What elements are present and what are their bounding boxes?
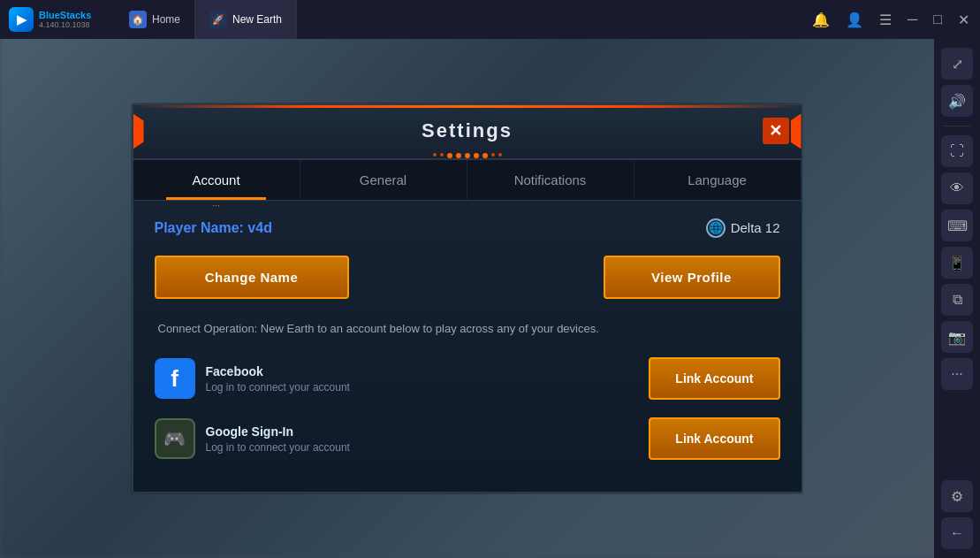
facebook-link-button[interactable]: Link Account <box>649 357 779 400</box>
tab-notifications-label: Notifications <box>514 172 587 187</box>
topbar-controls: 🔔 👤 ☰ ─ □ ✕ <box>809 8 980 32</box>
settings-modal: Settings ✕ Account General <box>132 103 803 494</box>
dot-5 <box>465 153 470 158</box>
bluestacks-name: BlueStacks <box>39 10 91 20</box>
home-tab-icon: 🏠 <box>129 11 147 28</box>
facebook-sub: Log in to connect your account <box>206 381 350 394</box>
view-profile-button[interactable]: View Profile <box>604 256 780 299</box>
tab-account[interactable]: Account <box>133 160 300 200</box>
topbar: ▶ BlueStacks 4.140.10.1038 🏠 Home 🚀 New … <box>0 0 980 39</box>
google-item-left: 🎮 Google Sign-In Log in to connect your … <box>155 418 350 459</box>
settings-sidebar-btn[interactable]: ⚙ <box>941 480 973 512</box>
facebook-item-left: f Facebook Log in to connect your accoun… <box>155 358 350 399</box>
bluestacks-logo: ▶ BlueStacks 4.140.10.1038 <box>0 7 115 32</box>
dot-7 <box>482 153 488 158</box>
action-buttons-row: Change Name View Profile <box>155 256 780 299</box>
dot-3 <box>447 153 452 158</box>
bluestacks-icon: ▶ <box>9 7 34 32</box>
more-sidebar-btn[interactable]: ··· <box>941 358 973 390</box>
modal-body: Player Name: v4d 🌐 Delta 12 Change Name … <box>133 201 801 493</box>
server-info: 🌐 Delta 12 <box>706 218 780 238</box>
fullscreen-sidebar-btn[interactable]: ⛶ <box>941 135 973 167</box>
dot-6 <box>474 153 479 158</box>
tab-home[interactable]: 🏠 Home <box>115 0 195 39</box>
close-modal-button[interactable]: ✕ <box>763 118 789 144</box>
facebook-name: Facebook <box>206 364 350 378</box>
bluestacks-version: 4.140.10.1038 <box>39 20 91 29</box>
google-sub: Log in to connect your account <box>206 441 350 454</box>
phone-sidebar-btn[interactable]: 📱 <box>941 247 973 279</box>
dot-1 <box>433 153 437 157</box>
eye-sidebar-btn[interactable]: 👁 <box>941 172 973 204</box>
newearth-tab-icon: 🚀 <box>209 11 227 28</box>
player-name-label: Player Name: <box>155 220 248 235</box>
player-name-display: Player Name: v4d <box>155 220 272 236</box>
server-label: Delta 12 <box>731 220 780 235</box>
volume-sidebar-btn[interactable]: 🔊 <box>941 85 973 117</box>
google-name: Google Sign-In <box>206 424 350 439</box>
dot-9 <box>498 153 502 157</box>
tab-language[interactable]: Language <box>634 160 801 200</box>
google-account-item: 🎮 Google Sign-In Log in to connect your … <box>155 414 780 463</box>
facebook-account-item: f Facebook Log in to connect your accoun… <box>155 354 780 403</box>
connect-description: Connect Operation: New Earth to an accou… <box>155 320 780 339</box>
change-name-button[interactable]: Change Name <box>155 256 349 299</box>
facebook-info: Facebook Log in to connect your account <box>206 364 350 394</box>
layers-sidebar-btn[interactable]: ⧉ <box>941 284 973 316</box>
menu-icon[interactable]: ☰ <box>876 8 895 32</box>
google-info: Google Sign-In Log in to connect your ac… <box>206 424 350 454</box>
newearth-tab-label: New Earth <box>232 13 282 26</box>
right-sidebar: ⤢ 🔊 ⛶ 👁 ⌨ 📱 ⧉ 📷 ··· ⚙ ← <box>934 39 980 558</box>
home-tab-label: Home <box>152 13 180 26</box>
dot-8 <box>491 153 495 157</box>
modal-header-dots <box>133 153 801 158</box>
bluestacks-logo-text: BlueStacks 4.140.10.1038 <box>39 10 91 29</box>
tab-account-label: Account <box>192 172 239 187</box>
minimize-icon[interactable]: ─ <box>904 8 921 31</box>
tab-notifications[interactable]: Notifications <box>467 160 634 200</box>
google-link-button[interactable]: Link Account <box>649 417 779 460</box>
globe-icon: 🌐 <box>706 218 726 238</box>
tab-language-label: Language <box>688 172 747 187</box>
facebook-icon: f <box>155 358 195 399</box>
player-name-value: v4d <box>247 220 272 235</box>
camera-sidebar-btn[interactable]: 📷 <box>941 321 973 353</box>
google-icon: 🎮 <box>155 418 195 459</box>
topbar-tabs: 🏠 Home 🚀 New Earth <box>115 0 297 39</box>
close-topbar-icon[interactable]: ✕ <box>954 8 973 32</box>
tab-general-label: General <box>360 172 406 187</box>
dot-4 <box>456 153 461 158</box>
back-sidebar-btn[interactable]: ← <box>941 517 973 549</box>
main-content: Settings ✕ Account General <box>0 39 934 558</box>
tab-general[interactable]: General <box>300 160 467 200</box>
modal-header: Settings ✕ <box>133 105 801 160</box>
sidebar-divider-1 <box>944 126 970 126</box>
maximize-icon[interactable]: □ <box>930 8 946 31</box>
bell-icon[interactable]: 🔔 <box>809 8 833 32</box>
user-icon[interactable]: 👤 <box>842 8 867 32</box>
keyboard-sidebar-btn[interactable]: ⌨ <box>941 210 973 241</box>
expand-sidebar-btn[interactable]: ⤢ <box>941 48 973 80</box>
settings-tabs: Account General Notifications Language <box>133 160 801 201</box>
player-row: Player Name: v4d 🌐 Delta 12 <box>155 218 780 238</box>
modal-title: Settings <box>133 119 801 153</box>
tab-newearth[interactable]: 🚀 New Earth <box>195 0 297 39</box>
dot-2 <box>440 153 444 157</box>
